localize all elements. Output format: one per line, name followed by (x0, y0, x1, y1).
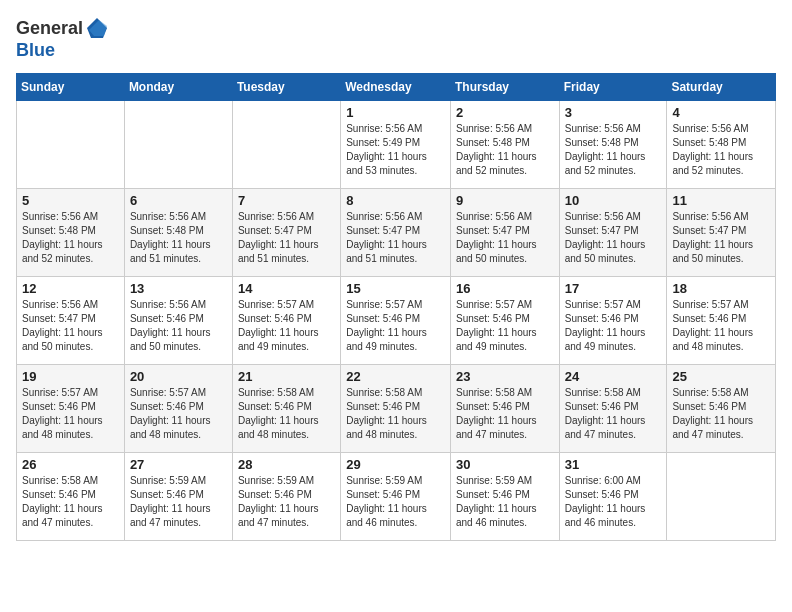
day-number: 13 (130, 281, 227, 296)
day-number: 12 (22, 281, 119, 296)
day-info: Sunrise: 5:59 AMSunset: 5:46 PMDaylight:… (456, 474, 554, 530)
weekday-header-thursday: Thursday (450, 74, 559, 101)
day-info: Sunrise: 5:56 AMSunset: 5:47 PMDaylight:… (565, 210, 662, 266)
calendar-cell: 2Sunrise: 5:56 AMSunset: 5:48 PMDaylight… (450, 101, 559, 189)
calendar-cell: 26Sunrise: 5:58 AMSunset: 5:46 PMDayligh… (17, 453, 125, 541)
day-number: 30 (456, 457, 554, 472)
calendar-cell: 8Sunrise: 5:56 AMSunset: 5:47 PMDaylight… (341, 189, 451, 277)
calendar-cell: 21Sunrise: 5:58 AMSunset: 5:46 PMDayligh… (232, 365, 340, 453)
day-info: Sunrise: 5:57 AMSunset: 5:46 PMDaylight:… (22, 386, 119, 442)
calendar-cell (232, 101, 340, 189)
day-number: 25 (672, 369, 770, 384)
day-number: 10 (565, 193, 662, 208)
day-number: 9 (456, 193, 554, 208)
calendar-cell: 18Sunrise: 5:57 AMSunset: 5:46 PMDayligh… (667, 277, 776, 365)
calendar-cell: 9Sunrise: 5:56 AMSunset: 5:47 PMDaylight… (450, 189, 559, 277)
day-info: Sunrise: 5:59 AMSunset: 5:46 PMDaylight:… (346, 474, 445, 530)
calendar-week-row: 19Sunrise: 5:57 AMSunset: 5:46 PMDayligh… (17, 365, 776, 453)
calendar-week-row: 12Sunrise: 5:56 AMSunset: 5:47 PMDayligh… (17, 277, 776, 365)
day-info: Sunrise: 5:59 AMSunset: 5:46 PMDaylight:… (238, 474, 335, 530)
day-number: 26 (22, 457, 119, 472)
day-info: Sunrise: 5:56 AMSunset: 5:47 PMDaylight:… (22, 298, 119, 354)
day-number: 11 (672, 193, 770, 208)
calendar-cell: 11Sunrise: 5:56 AMSunset: 5:47 PMDayligh… (667, 189, 776, 277)
weekday-header-row: SundayMondayTuesdayWednesdayThursdayFrid… (17, 74, 776, 101)
day-info: Sunrise: 5:58 AMSunset: 5:46 PMDaylight:… (456, 386, 554, 442)
day-number: 20 (130, 369, 227, 384)
calendar-week-row: 1Sunrise: 5:56 AMSunset: 5:49 PMDaylight… (17, 101, 776, 189)
logo-blue-text: Blue (16, 40, 55, 61)
calendar-cell: 10Sunrise: 5:56 AMSunset: 5:47 PMDayligh… (559, 189, 667, 277)
day-number: 21 (238, 369, 335, 384)
calendar-cell: 14Sunrise: 5:57 AMSunset: 5:46 PMDayligh… (232, 277, 340, 365)
day-number: 8 (346, 193, 445, 208)
day-info: Sunrise: 5:56 AMSunset: 5:47 PMDaylight:… (456, 210, 554, 266)
calendar-cell: 30Sunrise: 5:59 AMSunset: 5:46 PMDayligh… (450, 453, 559, 541)
calendar-cell: 5Sunrise: 5:56 AMSunset: 5:48 PMDaylight… (17, 189, 125, 277)
day-number: 24 (565, 369, 662, 384)
calendar-cell: 6Sunrise: 5:56 AMSunset: 5:48 PMDaylight… (124, 189, 232, 277)
weekday-header-friday: Friday (559, 74, 667, 101)
calendar-cell: 3Sunrise: 5:56 AMSunset: 5:48 PMDaylight… (559, 101, 667, 189)
day-info: Sunrise: 5:57 AMSunset: 5:46 PMDaylight:… (672, 298, 770, 354)
weekday-header-saturday: Saturday (667, 74, 776, 101)
calendar-cell: 19Sunrise: 5:57 AMSunset: 5:46 PMDayligh… (17, 365, 125, 453)
weekday-header-wednesday: Wednesday (341, 74, 451, 101)
day-info: Sunrise: 5:58 AMSunset: 5:46 PMDaylight:… (565, 386, 662, 442)
calendar-cell: 27Sunrise: 5:59 AMSunset: 5:46 PMDayligh… (124, 453, 232, 541)
calendar-cell (17, 101, 125, 189)
day-info: Sunrise: 5:58 AMSunset: 5:46 PMDaylight:… (238, 386, 335, 442)
day-info: Sunrise: 5:58 AMSunset: 5:46 PMDaylight:… (672, 386, 770, 442)
day-info: Sunrise: 5:56 AMSunset: 5:47 PMDaylight:… (672, 210, 770, 266)
logo: General Blue (16, 16, 109, 61)
day-number: 3 (565, 105, 662, 120)
day-info: Sunrise: 5:59 AMSunset: 5:46 PMDaylight:… (130, 474, 227, 530)
day-info: Sunrise: 5:56 AMSunset: 5:46 PMDaylight:… (130, 298, 227, 354)
day-info: Sunrise: 5:56 AMSunset: 5:47 PMDaylight:… (238, 210, 335, 266)
day-info: Sunrise: 5:57 AMSunset: 5:46 PMDaylight:… (238, 298, 335, 354)
calendar-cell: 22Sunrise: 5:58 AMSunset: 5:46 PMDayligh… (341, 365, 451, 453)
calendar-week-row: 5Sunrise: 5:56 AMSunset: 5:48 PMDaylight… (17, 189, 776, 277)
day-info: Sunrise: 5:57 AMSunset: 5:46 PMDaylight:… (130, 386, 227, 442)
day-number: 7 (238, 193, 335, 208)
page-header: General Blue (16, 16, 776, 61)
day-info: Sunrise: 5:57 AMSunset: 5:46 PMDaylight:… (456, 298, 554, 354)
day-info: Sunrise: 5:56 AMSunset: 5:49 PMDaylight:… (346, 122, 445, 178)
calendar-cell (667, 453, 776, 541)
calendar-cell: 23Sunrise: 5:58 AMSunset: 5:46 PMDayligh… (450, 365, 559, 453)
calendar-cell: 31Sunrise: 6:00 AMSunset: 5:46 PMDayligh… (559, 453, 667, 541)
day-info: Sunrise: 5:56 AMSunset: 5:48 PMDaylight:… (456, 122, 554, 178)
day-number: 29 (346, 457, 445, 472)
calendar-cell: 15Sunrise: 5:57 AMSunset: 5:46 PMDayligh… (341, 277, 451, 365)
day-number: 14 (238, 281, 335, 296)
weekday-header-tuesday: Tuesday (232, 74, 340, 101)
day-number: 2 (456, 105, 554, 120)
day-info: Sunrise: 6:00 AMSunset: 5:46 PMDaylight:… (565, 474, 662, 530)
calendar-cell: 28Sunrise: 5:59 AMSunset: 5:46 PMDayligh… (232, 453, 340, 541)
day-number: 28 (238, 457, 335, 472)
day-number: 4 (672, 105, 770, 120)
day-number: 6 (130, 193, 227, 208)
day-info: Sunrise: 5:58 AMSunset: 5:46 PMDaylight:… (22, 474, 119, 530)
day-number: 18 (672, 281, 770, 296)
weekday-header-sunday: Sunday (17, 74, 125, 101)
calendar-cell: 24Sunrise: 5:58 AMSunset: 5:46 PMDayligh… (559, 365, 667, 453)
calendar-cell: 29Sunrise: 5:59 AMSunset: 5:46 PMDayligh… (341, 453, 451, 541)
day-info: Sunrise: 5:56 AMSunset: 5:47 PMDaylight:… (346, 210, 445, 266)
logo-icon (85, 16, 109, 40)
calendar-cell: 1Sunrise: 5:56 AMSunset: 5:49 PMDaylight… (341, 101, 451, 189)
calendar-cell (124, 101, 232, 189)
calendar-cell: 20Sunrise: 5:57 AMSunset: 5:46 PMDayligh… (124, 365, 232, 453)
day-info: Sunrise: 5:56 AMSunset: 5:48 PMDaylight:… (565, 122, 662, 178)
day-info: Sunrise: 5:57 AMSunset: 5:46 PMDaylight:… (565, 298, 662, 354)
calendar-cell: 4Sunrise: 5:56 AMSunset: 5:48 PMDaylight… (667, 101, 776, 189)
day-number: 23 (456, 369, 554, 384)
day-info: Sunrise: 5:56 AMSunset: 5:48 PMDaylight:… (130, 210, 227, 266)
day-number: 27 (130, 457, 227, 472)
day-number: 17 (565, 281, 662, 296)
day-info: Sunrise: 5:56 AMSunset: 5:48 PMDaylight:… (672, 122, 770, 178)
logo-general-text: General (16, 18, 83, 39)
calendar-cell: 25Sunrise: 5:58 AMSunset: 5:46 PMDayligh… (667, 365, 776, 453)
calendar-cell: 17Sunrise: 5:57 AMSunset: 5:46 PMDayligh… (559, 277, 667, 365)
day-number: 22 (346, 369, 445, 384)
